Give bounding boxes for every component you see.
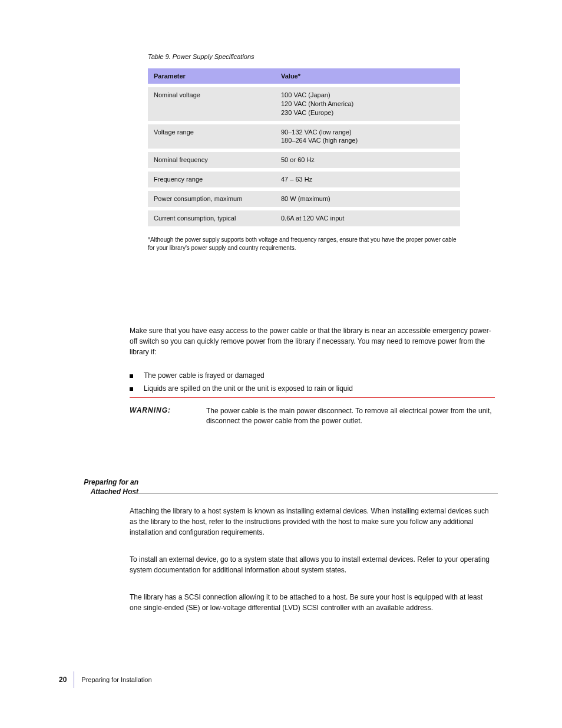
footer-text: Preparing for Installation [81, 676, 151, 683]
table-header-parameter: Parameter [148, 68, 275, 84]
warning-text: The power cable is the main power discon… [206, 406, 495, 427]
table-cell-value: 100 VAC (Japan) 120 VAC (North America) … [275, 87, 460, 121]
list-item: Liquids are spilled on the unit or the u… [130, 384, 495, 393]
warning-label: WARNING: [130, 406, 206, 427]
section-paragraph-1: Attaching the library to a host system i… [130, 506, 495, 538]
table-cell-param: Voltage range [148, 124, 275, 149]
list-item: The power cable is frayed or damaged [130, 371, 495, 380]
table-row: Current consumption, typical 0.6A at 120… [148, 210, 460, 226]
bullet-text: Liquids are spilled on the unit or the u… [144, 384, 353, 393]
table-cell-param: Current consumption, typical [148, 210, 275, 226]
bullet-text: The power cable is frayed or damaged [144, 371, 265, 380]
section-paragraph-3: The library has a SCSI connection allowi… [130, 592, 495, 613]
table-footnote: *Although the power supply supports both… [148, 236, 460, 252]
table-header-value: Value* [275, 68, 460, 84]
bullet-icon [130, 374, 133, 378]
warning-rule [130, 397, 495, 398]
table-row: Frequency range 47 – 63 Hz [148, 172, 460, 187]
table-cell-value: 90–132 VAC (low range) 180–264 VAC (high… [275, 124, 460, 149]
table-cell-param: Nominal voltage [148, 87, 275, 121]
intro-paragraph: Make sure that you have easy access to t… [130, 325, 495, 357]
section-rule [130, 493, 498, 494]
section-paragraph-2: To install an external device, go to a s… [130, 554, 495, 575]
table-caption: Table 9. Power Supply Specifications [148, 53, 460, 60]
table-row: Nominal voltage 100 VAC (Japan) 120 VAC … [148, 87, 460, 121]
table-cell-param: Nominal frequency [148, 152, 275, 168]
table-row: Voltage range 90–132 VAC (low range) 180… [148, 124, 460, 149]
table-cell-param: Power consumption, maximum [148, 191, 275, 207]
footer-separator [74, 671, 74, 688]
page-footer: 20 Preparing for Installation [59, 671, 152, 688]
table-cell-value: 80 W (maximum) [275, 191, 460, 207]
power-table: Parameter Value* Nominal voltage 100 VAC… [148, 65, 460, 230]
bullet-icon [130, 387, 133, 391]
page-number: 20 [59, 676, 74, 684]
table-row: Power consumption, maximum 80 W (maximum… [148, 191, 460, 207]
table-cell-value: 47 – 63 Hz [275, 172, 460, 187]
table-row: Nominal frequency 50 or 60 Hz [148, 152, 460, 168]
table-cell-param: Frequency range [148, 172, 275, 187]
table-cell-value: 50 or 60 Hz [275, 152, 460, 168]
table-cell-value: 0.6A at 120 VAC input [275, 210, 460, 226]
section-heading: Preparing for an Attached Host [56, 477, 138, 496]
